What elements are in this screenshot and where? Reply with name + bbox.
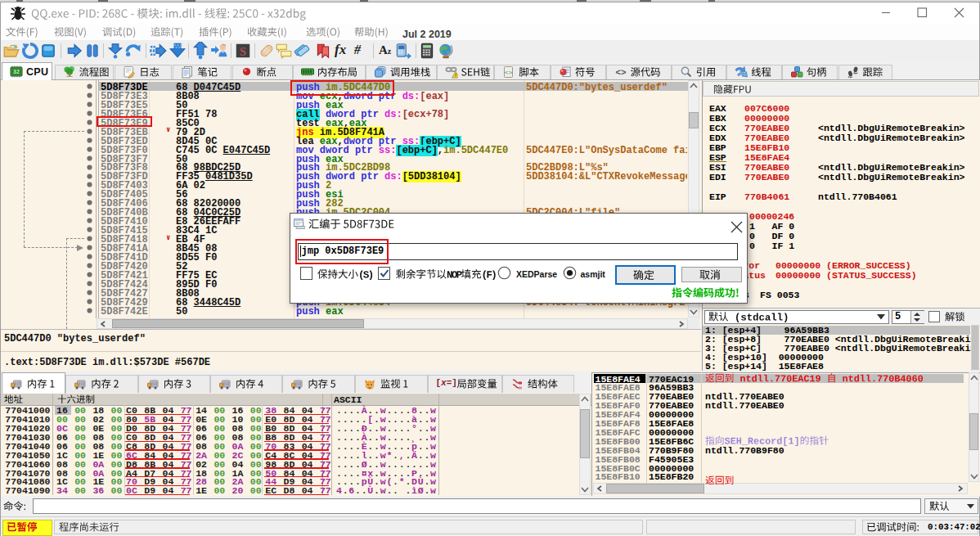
svg-text:32: 32 xyxy=(13,69,20,74)
svg-text:!: ! xyxy=(455,73,456,78)
svg-text:<>: <> xyxy=(505,69,513,76)
svg-text:<>: <> xyxy=(615,67,626,77)
svg-text:S: S xyxy=(240,45,246,58)
